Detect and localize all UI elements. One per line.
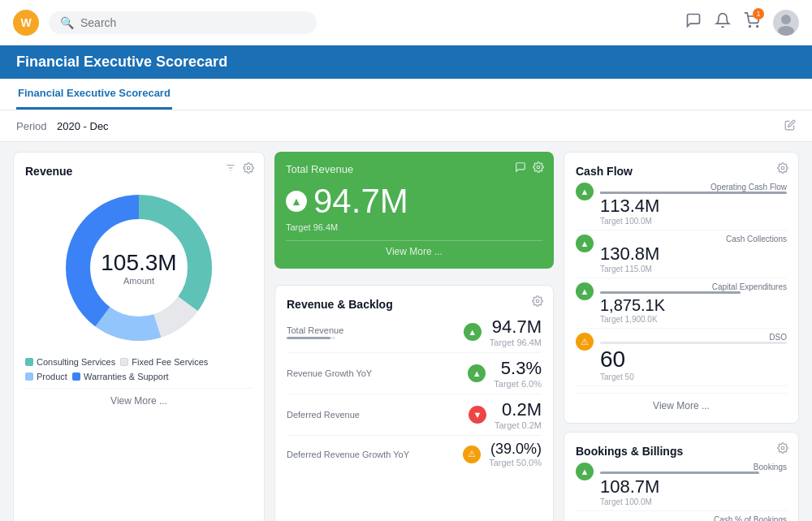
cf-operating-value: 113.4M bbox=[600, 196, 659, 217]
cf-card-icons bbox=[777, 162, 788, 177]
cf-capex-values: 1,875.1K bbox=[600, 296, 787, 315]
bb-title: Bookings & Billings bbox=[576, 445, 683, 458]
metric-rev-growth-target: Target 6.0% bbox=[494, 379, 542, 389]
status-warn-def-rev-growth: ⚠ bbox=[463, 446, 481, 463]
bb-bookings-bar bbox=[600, 471, 759, 474]
cf-capex-target: Target 1,900.0K bbox=[600, 315, 787, 324]
logo-text: W bbox=[20, 16, 31, 29]
edit-icon[interactable] bbox=[784, 119, 796, 133]
bb-bookings-values: 108.7M bbox=[600, 476, 787, 497]
cf-dso: ⚠ DSO 60 Target 50 bbox=[576, 329, 787, 386]
cf-collections: ▲ Cash Collections 130.8M Target 115.0M bbox=[576, 230, 787, 278]
cf-capex-bar bbox=[600, 291, 741, 294]
revenue-title: Revenue bbox=[25, 165, 72, 178]
metric-total-revenue-name: Total Revenue bbox=[287, 325, 456, 335]
metric-total-revenue-bar-fill bbox=[287, 337, 330, 339]
legend-dot-fixed bbox=[120, 358, 128, 366]
bb-bookings-value: 108.7M bbox=[600, 476, 659, 497]
legend-label-consulting: Consulting Services bbox=[37, 357, 115, 367]
right-column: Cash Flow ▲ Operating Cash Flow 113.4M bbox=[564, 152, 799, 521]
period-label: Period bbox=[16, 120, 47, 132]
metric-rev-growth-right: 5.3% Target 6.0% bbox=[494, 358, 542, 389]
gear-icon-bb[interactable] bbox=[777, 442, 788, 457]
cf-operating-values: 113.4M bbox=[600, 196, 787, 217]
bb-bookings-name: Bookings bbox=[600, 463, 787, 471]
cf-collections-values: 130.8M bbox=[600, 243, 787, 265]
gear-icon[interactable] bbox=[243, 162, 254, 177]
metric-total-revenue: Total Revenue ▲ 94.7M Target 96.4M bbox=[287, 312, 542, 353]
avatar[interactable] bbox=[773, 10, 799, 36]
metric-def-rev-growth: Deferred Revenue Growth YoY ⚠ (39.0%) Ta… bbox=[287, 436, 542, 472]
metric-rev-growth-info: Revenue Growth YoY bbox=[287, 368, 460, 378]
cf-dso-status: ⚠ bbox=[576, 333, 594, 351]
tr-arrow-up: ▲ bbox=[286, 191, 307, 212]
search-input[interactable] bbox=[80, 16, 305, 29]
period-bar: Period 2020 - Dec bbox=[0, 110, 812, 142]
svg-point-2 bbox=[781, 15, 791, 24]
chat-icon[interactable] bbox=[685, 12, 702, 32]
cf-collections-name: Cash Collections bbox=[600, 235, 787, 243]
legend-item-product: Product bbox=[25, 372, 67, 381]
legend-item-warranties: Warranties & Support bbox=[72, 372, 169, 381]
cf-operating-bar bbox=[600, 192, 787, 194]
bb-bookings: ▲ Bookings 108.7M Target 100.0M bbox=[576, 459, 787, 511]
bell-icon[interactable] bbox=[715, 12, 731, 32]
revenue-view-more[interactable]: View More ... bbox=[25, 388, 253, 407]
metric-total-revenue-right: 94.7M Target 96.4M bbox=[490, 316, 542, 347]
cf-dso-name: DSO bbox=[600, 333, 787, 342]
period-value: 2020 - Dec bbox=[57, 120, 109, 132]
tr-view-more[interactable]: View More ... bbox=[286, 240, 542, 257]
cf-collections-target: Target 115.0M bbox=[600, 265, 787, 273]
metric-def-rev-growth-name: Deferred Revenue Growth YoY bbox=[287, 450, 455, 459]
revenue-card: Revenue 105.3M bbox=[13, 152, 265, 521]
cart-icon[interactable]: 1 bbox=[744, 12, 760, 32]
cf-view-more[interactable]: View More ... bbox=[576, 393, 787, 411]
svg-point-1 bbox=[757, 26, 758, 28]
status-up-rev-growth: ▲ bbox=[468, 364, 486, 382]
donut-value: 105.3M bbox=[101, 250, 176, 276]
search-icon: 🔍 bbox=[60, 16, 74, 29]
rb-title: Revenue & Backlog bbox=[287, 298, 393, 311]
cf-capex-info: Capital Expenditures 1,875.1K Target 1,9… bbox=[600, 282, 787, 324]
cart-badge: 1 bbox=[753, 8, 764, 19]
metric-total-revenue-bar bbox=[287, 337, 335, 339]
metric-rev-growth: Revenue Growth YoY ▲ 5.3% Target 6.0% bbox=[287, 353, 542, 394]
header-bar: Financial Executive Scorecard bbox=[0, 45, 812, 79]
cf-operating-bar-fill bbox=[600, 192, 778, 194]
legend-label-fixed: Fixed Fee Services bbox=[132, 357, 208, 367]
metric-def-rev-growth-right: (39.0%) Target 50.0% bbox=[489, 441, 542, 467]
donut-label: Amount bbox=[101, 276, 176, 286]
cf-title: Cash Flow bbox=[576, 165, 633, 178]
cf-collections-value: 130.8M bbox=[600, 243, 659, 265]
metric-deferred-rev-name: Deferred Revenue bbox=[287, 410, 460, 420]
gear-icon-rb[interactable] bbox=[532, 295, 543, 310]
bookings-card: Bookings & Billings ▲ Bookings 108.7M Ta… bbox=[564, 432, 799, 521]
cf-capex: ▲ Capital Expenditures 1,875.1K Target 1… bbox=[576, 278, 787, 329]
metric-deferred-rev-right: 0.2M Target 0.2M bbox=[495, 399, 542, 430]
cf-collections-info: Cash Collections 130.8M Target 115.0M bbox=[600, 235, 787, 273]
metric-rev-growth-name: Revenue Growth YoY bbox=[287, 368, 460, 378]
gear-icon-cf[interactable] bbox=[777, 162, 788, 177]
revenue-card-icons bbox=[225, 162, 254, 177]
legend-label-product: Product bbox=[37, 372, 67, 381]
tab-financial-scorecard[interactable]: Financial Executive Scorecard bbox=[16, 79, 172, 110]
cf-capex-name: Capital Expenditures bbox=[600, 282, 787, 291]
revenue-backlog-card: Revenue & Backlog Total Revenue ▲ 94.7M … bbox=[274, 285, 554, 521]
svg-point-15 bbox=[781, 166, 784, 170]
filter-icon[interactable] bbox=[225, 162, 236, 177]
svg-point-7 bbox=[247, 166, 250, 170]
status-up-total-revenue: ▲ bbox=[464, 323, 482, 341]
svg-point-0 bbox=[749, 26, 751, 28]
search-bar[interactable]: 🔍 bbox=[49, 11, 317, 34]
metric-rev-growth-value: 5.3% bbox=[494, 358, 542, 379]
cf-operating-info: Operating Cash Flow 113.4M Target 100.0M bbox=[600, 183, 787, 226]
bb-bookings-target: Target 100.0M bbox=[600, 497, 787, 506]
status-down-deferred-rev: ▼ bbox=[469, 406, 486, 424]
legend-label-warranties: Warranties & Support bbox=[84, 372, 169, 381]
metric-def-rev-growth-target: Target 50.0% bbox=[489, 458, 542, 467]
total-revenue-card: Total Revenue ▲ 94.7M Target 96.4M View … bbox=[274, 152, 554, 269]
logo[interactable]: W bbox=[13, 10, 39, 36]
nav-icons: 1 bbox=[685, 10, 799, 36]
metric-total-revenue-value: 94.7M bbox=[490, 316, 542, 338]
rb-card-icons bbox=[532, 295, 543, 310]
